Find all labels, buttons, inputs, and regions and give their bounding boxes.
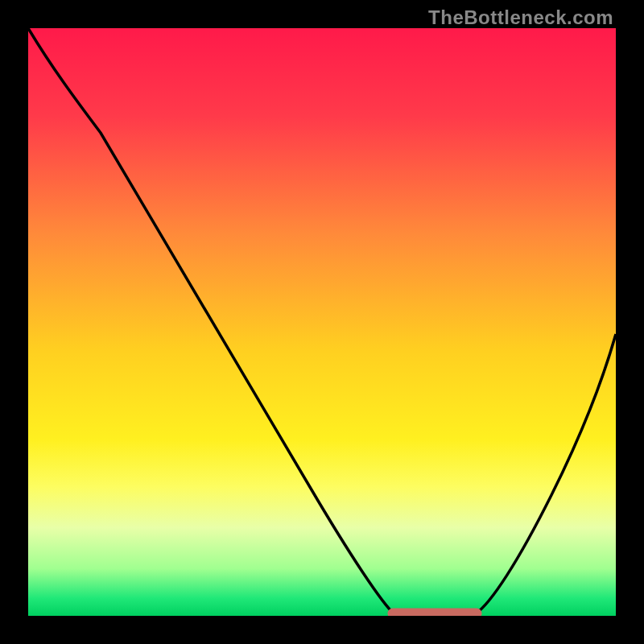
- bottleneck-curve: [28, 28, 616, 614]
- chart-container: TheBottleneck.com: [0, 0, 644, 644]
- plot-area: [28, 28, 616, 616]
- watermark-text: TheBottleneck.com: [428, 6, 613, 29]
- curve-layer: [28, 28, 616, 616]
